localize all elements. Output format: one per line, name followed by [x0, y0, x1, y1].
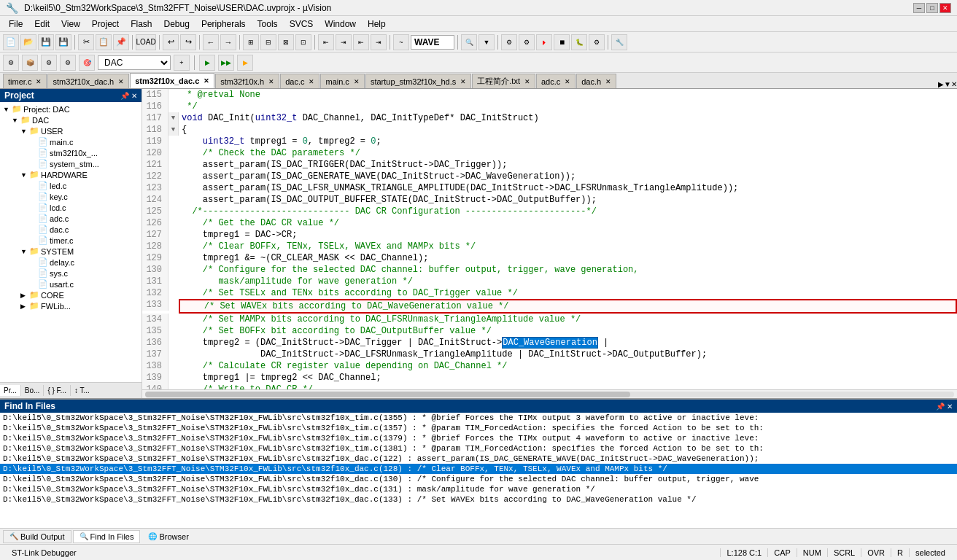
tb-copy[interactable]: 📋 — [96, 34, 112, 50]
find-result-2[interactable]: D:\keil5\0_Stm32WorkSpace\3_Stm32FFT_Noi… — [0, 423, 957, 433]
menu-edit[interactable]: Edit — [28, 18, 55, 31]
tab-close-startup[interactable]: ✕ — [460, 78, 466, 85]
tb2-run4[interactable]: ▶ — [237, 55, 253, 71]
menu-help[interactable]: Help — [362, 18, 392, 31]
tb-filter[interactable]: ▼ — [478, 34, 495, 50]
find-close[interactable]: ✕ — [947, 402, 953, 411]
project-close[interactable]: ✕ — [131, 92, 137, 100]
tab-stm32f10x-dac-h[interactable]: stm32f10x_dac.h ✕ — [47, 74, 129, 88]
tab-stm32f10x-dac-c[interactable]: stm32f10x_dac.c ✕ — [130, 73, 214, 88]
tab-dac-c[interactable]: dac.c ✕ — [280, 74, 319, 88]
find-result-4[interactable]: D:\keil5\0_Stm32WorkSpace\3_Stm32FFT_Noi… — [0, 443, 957, 454]
maximize-button[interactable]: □ — [926, 3, 938, 13]
project-pin[interactable]: 📌 — [120, 92, 129, 100]
proj-tab-books[interactable]: Bo... — [21, 385, 44, 396]
tb-load[interactable]: LOAD — [136, 34, 156, 50]
tab-close-dach2[interactable]: ✕ — [605, 78, 611, 85]
tab-startup[interactable]: startup_stm32f10x_hd.s ✕ — [365, 74, 471, 88]
tree-system-stm[interactable]: 📄 system_stm... — [0, 158, 142, 169]
tree-system[interactable]: ▼ 📁 SYSTEM — [0, 246, 142, 257]
find-result-1[interactable]: D:\keil5\0_Stm32WorkSpace\3_Stm32FFT_Noi… — [0, 413, 957, 423]
menu-svcs[interactable]: SVCS — [284, 18, 319, 31]
find-results-list[interactable]: D:\keil5\0_Stm32WorkSpace\3_Stm32FFT_Noi… — [0, 413, 957, 528]
tab-stm32f10x-h[interactable]: stm32f10x.h ✕ — [215, 74, 279, 88]
tree-key-c[interactable]: 📄 key.c — [0, 191, 142, 202]
proj-tab-functions[interactable]: { } F... — [44, 385, 71, 396]
tb-indent4[interactable]: ⇥ — [371, 34, 387, 50]
tb2-target[interactable]: 🎯 — [79, 55, 95, 71]
tree-adc-c[interactable]: 📄 adc.c — [0, 213, 142, 224]
tree-usart-c[interactable]: 📄 usart.c — [0, 279, 142, 289]
tb-open[interactable]: 📂 — [20, 34, 36, 50]
tb-save-all[interactable]: 💾 — [55, 34, 71, 50]
close-all-tabs[interactable]: ✕ — [951, 80, 957, 88]
tab-close-dacc2[interactable]: ✕ — [309, 78, 314, 85]
tb-settings[interactable]: ⚙ — [589, 34, 605, 50]
tb-indent2[interactable]: ⇥ — [336, 34, 352, 50]
tb2-add[interactable]: + — [174, 55, 190, 71]
tree-hardware[interactable]: ▼ 📁 HARDWARE — [0, 169, 142, 180]
tb-build2[interactable]: ⚙ — [519, 34, 535, 50]
tab-list[interactable]: ▼ — [944, 80, 951, 88]
tb2-btn4[interactable]: ⚙ — [60, 55, 76, 71]
tb-redo[interactable]: ↪ — [180, 34, 196, 50]
tree-main-c[interactable]: 📄 main.c — [0, 136, 142, 147]
tb-bm4[interactable]: ⊡ — [295, 34, 311, 50]
find-result-9[interactable]: D:\keil5\0_Stm32WorkSpace\3_Stm32FFT_Noi… — [0, 494, 957, 505]
close-button[interactable]: ✕ — [939, 3, 951, 13]
tree-core[interactable]: ▶ 📁 CORE — [0, 289, 142, 300]
tb-indent3[interactable]: ⇤ — [353, 34, 369, 50]
tab-close-timer[interactable]: ✕ — [36, 78, 42, 85]
tb-wave[interactable]: ~ — [393, 34, 409, 50]
tab-close-adc[interactable]: ✕ — [565, 78, 570, 85]
tb-bookmark[interactable]: ⊞ — [243, 34, 259, 50]
menu-peripherals[interactable]: Peripherals — [195, 18, 252, 31]
tb2-run2[interactable]: ▶ — [199, 55, 215, 71]
tree-lcd-c[interactable]: 📄 lcd.c — [0, 202, 142, 213]
find-result-5[interactable]: D:\keil5\0_Stm32WorkSpace\3_Stm32FFT_Noi… — [0, 454, 957, 464]
menu-window[interactable]: Window — [319, 18, 362, 31]
tb-bm3[interactable]: ⊠ — [278, 34, 294, 50]
code-content[interactable]: 115 * @retval None 116 */ 117 ▼ — [142, 89, 957, 389]
tree-user[interactable]: ▼ 📁 USER — [0, 125, 142, 136]
tab-scroll-right[interactable]: ▶ — [938, 80, 944, 88]
tab-info[interactable]: 工程简介.txt ✕ — [472, 74, 535, 88]
tab-close-h[interactable]: ✕ — [268, 78, 274, 85]
tb-debug[interactable]: 🐛 — [571, 34, 587, 50]
tb2-btn1[interactable]: ⚙ — [3, 55, 19, 71]
menu-tools[interactable]: Tools — [252, 18, 284, 31]
tb-search[interactable]: 🔍 — [461, 34, 477, 50]
menu-project[interactable]: Project — [86, 18, 125, 31]
tb-new[interactable]: 📄 — [3, 34, 19, 50]
find-result-7[interactable]: D:\keil5\0_Stm32WorkSpace\3_Stm32FFT_Noi… — [0, 474, 957, 484]
tree-timer-c[interactable]: 📄 timer.c — [0, 235, 142, 246]
find-result-3[interactable]: D:\keil5\0_Stm32WorkSpace\3_Stm32FFT_Noi… — [0, 433, 957, 443]
tb-paste[interactable]: 📌 — [113, 34, 129, 50]
tab-close-dach[interactable]: ✕ — [118, 78, 124, 85]
tab-find-in-files[interactable]: 🔍 Find In Files — [73, 530, 141, 543]
tree-led-c[interactable]: 📄 led.c — [0, 180, 142, 191]
tb-back[interactable]: ← — [203, 34, 219, 50]
find-result-6[interactable]: D:\keil5\0_Stm32WorkSpace\3_Stm32FFT_Noi… — [0, 464, 957, 474]
tb2-btn3[interactable]: ⚙ — [41, 55, 57, 71]
tree-project-dac[interactable]: ▼ 📁 Project: DAC — [0, 104, 142, 114]
tb-bm2[interactable]: ⊟ — [260, 34, 276, 50]
tb-undo[interactable]: ↩ — [163, 34, 179, 50]
tab-close-dacc[interactable]: ✕ — [204, 77, 209, 85]
tab-close-info[interactable]: ✕ — [524, 78, 530, 85]
code-hscrollbar[interactable] — [142, 389, 957, 398]
tb-cut[interactable]: ✂ — [78, 34, 94, 50]
minimize-button[interactable]: ─ — [913, 3, 925, 13]
tree-stm32f10x[interactable]: 📄 stm32f10x_... — [0, 147, 142, 158]
tree-dac-c[interactable]: 📄 dac.c — [0, 224, 142, 235]
find-result-8[interactable]: D:\keil5\0_Stm32WorkSpace\3_Stm32FFT_Noi… — [0, 484, 957, 494]
menu-debug[interactable]: Debug — [158, 18, 195, 31]
tab-browser[interactable]: 🌐 Browser — [142, 530, 195, 543]
tree-delay-c[interactable]: 📄 delay.c — [0, 257, 142, 268]
tb2-run3[interactable]: ▶▶ — [218, 55, 234, 71]
tab-adc[interactable]: adc.c ✕ — [536, 74, 576, 88]
proj-tab-project[interactable]: Pr... — [0, 385, 21, 396]
tb-stop[interactable]: ⏹ — [554, 34, 570, 50]
tb-build1[interactable]: ⚙ — [501, 34, 517, 50]
target-select[interactable]: DAC — [98, 55, 171, 70]
